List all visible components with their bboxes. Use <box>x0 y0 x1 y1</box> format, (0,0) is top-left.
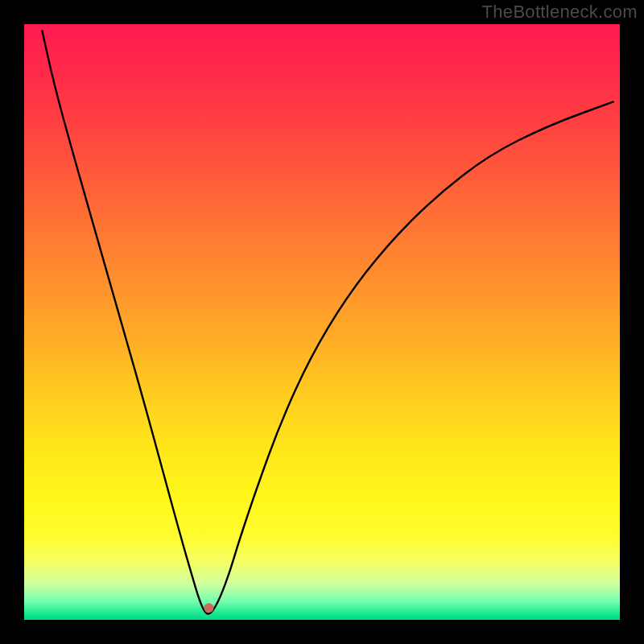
optimum-marker <box>204 603 213 613</box>
curve-svg <box>24 24 620 620</box>
bottleneck-curve <box>42 30 613 613</box>
watermark-text: TheBottleneck.com <box>482 2 638 23</box>
plot-area <box>24 24 620 620</box>
